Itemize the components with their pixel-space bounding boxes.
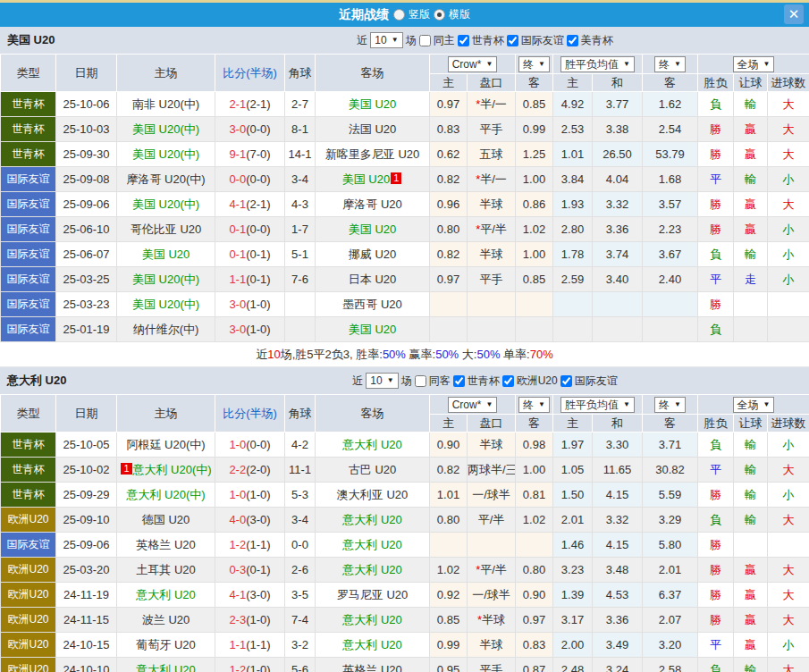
cell-avg-away: 1.68 — [643, 167, 698, 192]
cell-goals-result: 小 — [768, 483, 809, 508]
sub-header-ah-away: 客 — [516, 74, 553, 92]
avg-time-select[interactable]: 终▼ — [654, 397, 686, 413]
avg-odds-value: 胜平负均值 — [565, 399, 619, 411]
comp-label-friendly[interactable]: 国际友谊 — [521, 33, 564, 48]
cell-home-team: 美国 U20(中) — [117, 292, 215, 317]
same-home-checkbox[interactable] — [419, 35, 431, 46]
red-card-badge: 1 — [121, 463, 131, 475]
comp-checkbox-friendly[interactable] — [507, 35, 518, 46]
cell-competition-type: 世青杯 — [1, 142, 56, 167]
match-row: 国际友谊25-01-19纳什维尔(中)3-0(1-0)美国 U20負 — [1, 317, 809, 342]
sub-header-ah-away: 客 — [516, 415, 553, 433]
sub-header-1x2-home: 主 — [553, 74, 593, 92]
cell-away-team: 英格兰 U20 — [316, 658, 430, 672]
avg-odds-select[interactable]: 胜平负均值▼ — [560, 56, 635, 72]
cell-result: 勝 — [698, 117, 734, 142]
cell-ah-away-odds: 1.02 — [516, 217, 553, 242]
title-group: 近期战绩 竖版 横版 — [339, 7, 470, 23]
cell-result: 負 — [698, 433, 734, 458]
match-count-select[interactable]: 10▼ — [370, 32, 402, 48]
cell-ah-line: 平手 — [468, 658, 516, 672]
comp-label-friendly[interactable]: 国际友谊 — [575, 374, 618, 389]
summary-text: 近10场,胜5平2负3, 胜率:50% 赢率:50% 大:50% 单率:70% — [256, 347, 552, 363]
cell-date: 25-06-07 — [56, 242, 117, 267]
team-name: 美国 U20 — [0, 32, 268, 48]
cell-result: 平 — [698, 458, 734, 483]
cell-competition-type: 欧洲U20 — [1, 583, 56, 608]
sub-header-result: 胜负 — [698, 415, 734, 433]
cell-ah-home-odds: 0.96 — [430, 192, 468, 217]
cell-avg-away: 2.58 — [643, 658, 698, 672]
cell-avg-home: 2.48 — [553, 658, 593, 672]
cell-corners: 2-7 — [285, 92, 316, 117]
cell-score: 1-0(1-0) — [215, 483, 285, 508]
cell-result: 平 — [698, 633, 734, 658]
cell-corners — [285, 317, 316, 342]
cell-goals-result: 大 — [768, 92, 809, 117]
cell-avg-draw: 3.32 — [593, 508, 643, 533]
close-icon[interactable]: ✕ — [784, 4, 804, 24]
comp-label-worldcup[interactable]: 世青杯 — [468, 374, 500, 389]
odds-time-select[interactable]: 终▼ — [518, 56, 550, 72]
cell-date: 24-11-15 — [56, 608, 117, 633]
cell-home-team: 南非 U20(中) — [117, 92, 215, 117]
cell-avg-home: 1.93 — [553, 192, 593, 217]
comp-checkbox-concacaf[interactable] — [567, 35, 578, 46]
radio-vertical-layout[interactable] — [393, 9, 405, 21]
period-select[interactable]: 全场▼ — [733, 56, 775, 72]
section-header-italy-u20: 意大利 U20 近 10▼ 场 同客 世青杯 欧洲U20 国际友谊 — [0, 367, 809, 394]
cell-avg-away: 3.29 — [643, 508, 698, 533]
cell-away-team: 摩洛哥 U20 — [316, 192, 430, 217]
cell-ah-away-odds: 0.80 — [516, 558, 553, 583]
cell-avg-home: 3.23 — [553, 558, 593, 583]
sub-header-ah-line: 盘口 — [468, 74, 516, 92]
match-count-select[interactable]: 10▼ — [366, 373, 398, 389]
asterisk-marker: * — [477, 613, 482, 626]
cell-ah-away-odds: 1.02 — [516, 508, 553, 533]
comp-label-concacaf[interactable]: 美青杯 — [581, 33, 613, 48]
cell-date: 25-09-06 — [56, 192, 117, 217]
avg-time-value: 终 — [659, 58, 670, 71]
games-label: 场 — [406, 33, 417, 48]
same-away-label[interactable]: 同客 — [429, 374, 451, 389]
cell-ah-home-odds: 0.90 — [430, 433, 468, 458]
cell-avg-away: 5.80 — [643, 533, 698, 558]
avg-time-select[interactable]: 终▼ — [654, 56, 686, 72]
period-select[interactable]: 全场▼ — [733, 397, 775, 413]
cell-date: 25-03-23 — [56, 292, 117, 317]
cell-avg-away: 3.71 — [643, 433, 698, 458]
comp-checkbox-euro-u20[interactable] — [502, 375, 514, 387]
titlebar: 近期战绩 竖版 横版 ✕ — [0, 3, 809, 27]
cell-avg-home: 1.78 — [553, 242, 593, 267]
comp-checkbox-worldcup[interactable] — [453, 375, 465, 387]
cell-handicap-result: 贏 — [734, 633, 768, 658]
radio-vertical-label[interactable]: 竖版 — [409, 7, 430, 22]
cell-ah-away-odds: 0.86 — [516, 192, 553, 217]
cell-score: 1-1(0-1) — [215, 267, 285, 292]
sub-header-goals: 进球数 — [768, 415, 809, 433]
same-away-checkbox[interactable] — [415, 375, 426, 387]
cell-score: 3-0(0-0) — [215, 117, 285, 142]
comp-checkbox-worldcup[interactable] — [458, 35, 469, 46]
same-home-label[interactable]: 同主 — [434, 33, 455, 48]
radio-horizontal-layout[interactable] — [434, 9, 445, 21]
cell-ah-line: 两球半/三 — [468, 458, 516, 483]
odds-company-select[interactable]: Crow*▼ — [448, 56, 498, 72]
sub-header-handicap: 让球 — [734, 415, 768, 433]
cell-avg-away: 3.57 — [643, 192, 698, 217]
cell-date: 25-09-30 — [56, 142, 117, 167]
cell-handicap-result — [734, 533, 768, 558]
comp-label-worldcup[interactable]: 世青杯 — [472, 33, 504, 48]
comp-checkbox-friendly[interactable] — [560, 375, 572, 387]
cell-result: 負 — [698, 508, 734, 533]
avg-odds-select[interactable]: 胜平负均值▼ — [560, 397, 635, 413]
cell-date: 25-10-03 — [56, 117, 117, 142]
comp-label-euro-u20[interactable]: 欧洲U20 — [517, 374, 558, 389]
odds-company-select[interactable]: Crow*▼ — [448, 397, 498, 413]
cell-ah-home-odds: 0.82 — [430, 242, 468, 267]
cell-corners: 4-3 — [285, 192, 316, 217]
odds-time-select[interactable]: 终▼ — [518, 397, 550, 413]
cell-handicap-result: 輸 — [734, 658, 768, 672]
cell-avg-draw: 4.15 — [593, 483, 643, 508]
radio-horizontal-label[interactable]: 横版 — [449, 7, 470, 22]
